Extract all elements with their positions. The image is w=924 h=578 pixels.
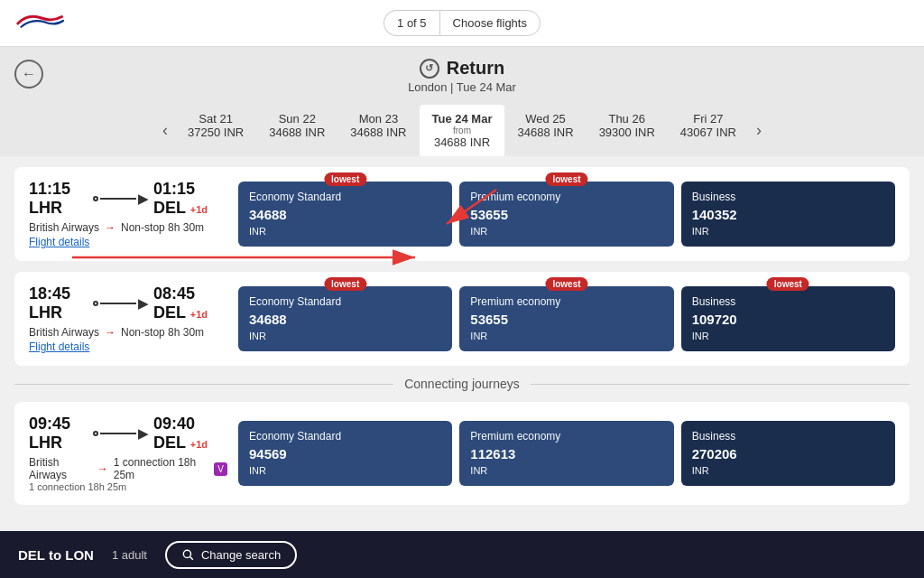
fare-currency: INR bbox=[249, 226, 266, 237]
lowest-badge: lowest bbox=[324, 277, 366, 291]
date-nav: ‹ Sat 21 37250 INR Sun 22 34688 INR Mon … bbox=[0, 94, 924, 156]
back-button[interactable]: ← bbox=[14, 60, 43, 89]
svg-point-0 bbox=[183, 550, 190, 557]
fare-currency: INR bbox=[692, 465, 709, 476]
choose-flights-button[interactable]: Choose flights bbox=[439, 10, 541, 36]
fare-currency: INR bbox=[249, 331, 266, 341]
step-indicator: 1 of 5 Choose flights bbox=[383, 10, 541, 36]
fare-name: Premium economy bbox=[470, 191, 662, 203]
fare-currency: INR bbox=[470, 465, 487, 476]
plus-day: +1d bbox=[190, 204, 208, 215]
prev-date-button[interactable]: ‹ bbox=[155, 121, 175, 140]
airline-row: British Airways → Non-stop 8h 30m bbox=[29, 326, 227, 339]
date-item-1[interactable]: Sun 22 34688 INR bbox=[256, 105, 337, 156]
fare-boxes: lowest Economy Standard 34688INR lowest … bbox=[238, 182, 895, 247]
step-count: 1 of 5 bbox=[383, 10, 439, 36]
fare-price: 34688INR bbox=[249, 207, 441, 238]
date-price: 34688 INR bbox=[517, 126, 573, 139]
date-item-0[interactable]: Sat 21 37250 INR bbox=[175, 105, 256, 156]
return-section: ↺ Return London | Tue 24 Mar bbox=[0, 47, 924, 94]
airline-arrow-icon: → bbox=[105, 326, 116, 339]
date-label: Thu 26 bbox=[599, 112, 655, 126]
fare-box-2[interactable]: Business 270206INR bbox=[681, 421, 895, 486]
airline-row: British Airways → Non-stop 8h 30m bbox=[29, 221, 227, 234]
flight-info: 09:45 LHR ▶ 09:40 DEL +1d British Airway… bbox=[29, 415, 227, 492]
fare-name: Business bbox=[692, 191, 884, 203]
date-item-5[interactable]: Thu 26 39300 INR bbox=[587, 105, 668, 156]
change-search-button[interactable]: Change search bbox=[165, 541, 297, 569]
depart-time: 11:15 LHR bbox=[29, 180, 88, 218]
codeshare: V bbox=[214, 462, 227, 476]
date-label: Sat 21 bbox=[188, 112, 244, 126]
flight-details-link[interactable]: Flight details bbox=[29, 340, 227, 353]
return-date: London | Tue 24 Mar bbox=[0, 80, 924, 94]
bottom-passengers: 1 adult bbox=[112, 548, 147, 562]
main-content: 11:15 LHR ▶ 01:15 DEL +1d British Airway… bbox=[0, 156, 924, 550]
date-item-2[interactable]: Mon 23 34688 INR bbox=[337, 105, 419, 156]
fare-box-1[interactable]: Premium economy 112613INR bbox=[459, 421, 673, 486]
arrive-time: 01:15 DEL +1d bbox=[153, 180, 227, 218]
fare-price: 94569INR bbox=[249, 446, 441, 477]
flight-info: 11:15 LHR ▶ 01:15 DEL +1d British Airway… bbox=[29, 180, 227, 248]
date-from: from bbox=[432, 126, 493, 135]
return-label: ↺ Return bbox=[0, 58, 924, 79]
fare-price: 53655INR bbox=[470, 312, 662, 342]
fare-box-2[interactable]: lowest Business 109720INR bbox=[681, 286, 895, 351]
flight-arrow: ▶ bbox=[93, 296, 148, 311]
flight-arrow: ▶ bbox=[93, 426, 148, 441]
fare-box-0[interactable]: Economy Standard 94569INR bbox=[238, 421, 452, 486]
date-item-3[interactable]: Tue 24 Mar from 34688 INR bbox=[420, 105, 505, 156]
date-price: 34688 INR bbox=[432, 135, 493, 149]
change-search-label: Change search bbox=[201, 548, 281, 562]
depart-time: 09:45 LHR bbox=[29, 415, 88, 452]
fare-currency: INR bbox=[692, 226, 709, 237]
fare-currency: INR bbox=[249, 465, 266, 476]
date-label: Sun 22 bbox=[269, 112, 325, 126]
fare-name: Economy Standard bbox=[249, 295, 441, 308]
flight-card: 18:45 LHR ▶ 08:45 DEL +1d British Airway… bbox=[14, 272, 910, 366]
plus-day: +1d bbox=[190, 439, 208, 450]
fare-name: Economy Standard bbox=[249, 191, 441, 203]
date-item-6[interactable]: Fri 27 43067 INR bbox=[668, 105, 749, 156]
fare-name: Business bbox=[692, 295, 884, 308]
flight-card: 11:15 LHR ▶ 01:15 DEL +1d British Airway… bbox=[14, 167, 910, 261]
svg-line-1 bbox=[190, 557, 193, 560]
connecting-label: Connecting journeys bbox=[404, 377, 520, 391]
bottom-bar: DEL to LON 1 adult Change search bbox=[0, 531, 924, 578]
date-item-4[interactable]: Wed 25 34688 INR bbox=[504, 105, 586, 156]
fare-name: Premium economy bbox=[470, 295, 662, 308]
lowest-badge: lowest bbox=[545, 277, 587, 291]
date-label: Tue 24 Mar bbox=[432, 112, 493, 126]
fare-price: 140352INR bbox=[692, 207, 884, 238]
next-date-button[interactable]: › bbox=[749, 121, 769, 140]
date-price: 39300 INR bbox=[599, 126, 655, 139]
fare-box-0[interactable]: lowest Economy Standard 34688INR bbox=[238, 182, 452, 247]
flight-info: 18:45 LHR ▶ 08:45 DEL +1d British Airway… bbox=[29, 284, 227, 353]
date-label: Mon 23 bbox=[350, 112, 406, 126]
fare-box-0[interactable]: lowest Economy Standard 34688INR bbox=[238, 286, 452, 351]
header: 1 of 5 Choose flights bbox=[0, 0, 924, 47]
flight-details-link[interactable]: Flight details bbox=[29, 236, 227, 248]
fare-box-1[interactable]: lowest Premium economy 53655INR bbox=[459, 286, 673, 351]
stop-info: Non-stop 8h 30m bbox=[121, 221, 204, 234]
date-price: 43067 INR bbox=[680, 126, 736, 139]
airline-name: British Airways bbox=[29, 221, 99, 234]
fare-box-2[interactable]: Business 140352INR bbox=[681, 182, 895, 247]
logo bbox=[14, 7, 69, 40]
bottom-route: DEL to LON bbox=[18, 547, 94, 563]
date-price: 34688 INR bbox=[350, 126, 406, 139]
connecting-divider: Connecting journeys bbox=[14, 377, 910, 391]
fare-name: Business bbox=[692, 430, 884, 443]
fare-currency: INR bbox=[692, 331, 709, 341]
airline-name: British Airways bbox=[29, 326, 99, 339]
fare-price: 109720INR bbox=[692, 312, 884, 342]
lowest-badge: lowest bbox=[545, 172, 587, 186]
date-label: Fri 27 bbox=[680, 112, 736, 126]
fare-box-1[interactable]: lowest Premium economy 53655INR bbox=[459, 182, 673, 247]
airline-arrow-icon: → bbox=[97, 462, 108, 475]
flight-arrow: ▶ bbox=[93, 191, 148, 206]
arrive-time: 09:40 DEL +1d bbox=[153, 415, 227, 452]
fare-price: 270206INR bbox=[692, 446, 884, 477]
fare-boxes: Economy Standard 94569INR Premium econom… bbox=[238, 421, 895, 486]
stop-info: Non-stop 8h 30m bbox=[121, 326, 204, 339]
